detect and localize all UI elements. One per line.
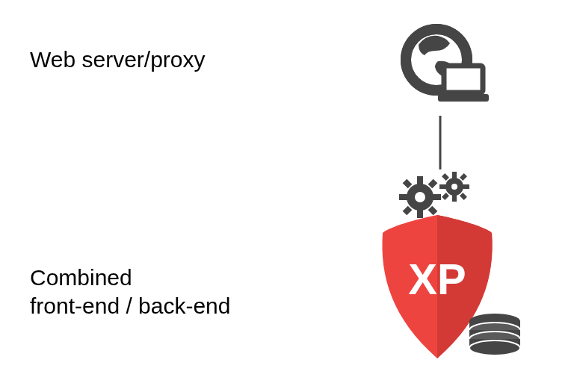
svg-rect-7	[417, 176, 423, 185]
svg-rect-18	[452, 195, 457, 202]
svg-rect-22	[460, 173, 467, 181]
svg-rect-13	[403, 206, 413, 216]
svg-rect-8	[417, 209, 423, 218]
svg-point-6	[415, 192, 425, 202]
combined-line2: front-end / back-end	[30, 292, 231, 320]
svg-rect-11	[403, 179, 413, 189]
svg-rect-24	[460, 193, 467, 200]
svg-rect-23	[442, 193, 449, 200]
combined-front-back-label: Combined front-end / back-end	[30, 264, 231, 320]
database-icon	[469, 314, 520, 355]
connector-line	[439, 116, 441, 169]
svg-point-16	[451, 184, 457, 190]
globe-laptop-icon	[393, 21, 489, 107]
gears-icon	[399, 172, 469, 218]
svg-rect-3	[438, 94, 489, 102]
svg-rect-2	[444, 66, 483, 93]
xp-badge-text: XP	[408, 255, 466, 303]
svg-rect-9	[399, 194, 408, 200]
svg-rect-12	[428, 179, 438, 189]
svg-rect-20	[463, 184, 469, 189]
svg-rect-21	[442, 173, 449, 181]
xp-shield-icon: XP	[374, 172, 531, 381]
svg-rect-10	[432, 194, 441, 200]
svg-rect-19	[439, 184, 446, 189]
svg-rect-17	[452, 172, 457, 178]
svg-rect-14	[428, 206, 438, 216]
combined-line1: Combined	[30, 264, 231, 292]
web-server-proxy-label: Web server/proxy	[30, 46, 206, 74]
